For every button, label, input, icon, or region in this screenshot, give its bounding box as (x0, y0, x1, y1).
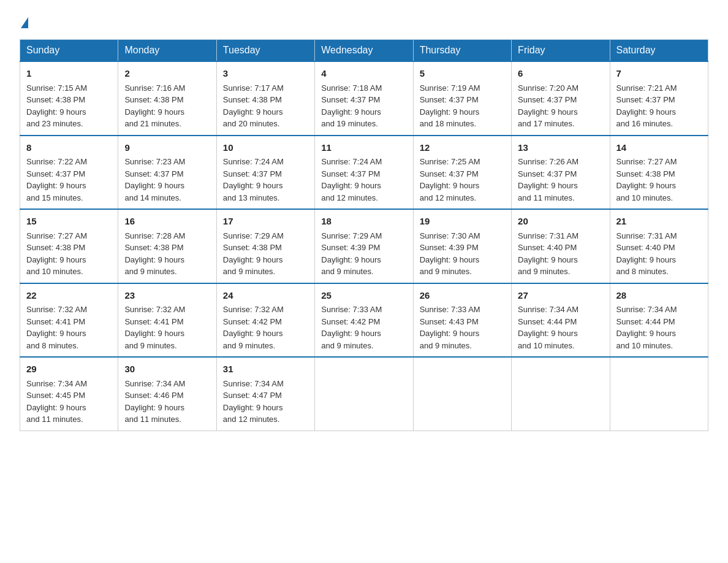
day-number: 14 (616, 141, 702, 155)
day-cell-6: 6Sunrise: 7:20 AMSunset: 4:37 PMDaylight… (512, 61, 610, 136)
day-info: Sunrise: 7:34 AMSunset: 4:44 PMDaylight:… (518, 304, 603, 351)
day-number: 5 (420, 67, 505, 81)
day-info: Sunrise: 7:27 AMSunset: 4:38 PMDaylight:… (616, 156, 702, 204)
day-info-line: Sunrise: 7:15 AM (26, 82, 112, 94)
day-info-line: and 8 minutes. (26, 340, 112, 352)
day-info-line: and 13 minutes. (223, 192, 308, 204)
day-number: 12 (420, 141, 505, 155)
day-info: Sunrise: 7:15 AMSunset: 4:38 PMDaylight:… (26, 82, 112, 130)
day-info-line: Sunrise: 7:25 AM (420, 156, 505, 168)
day-cell-4: 4Sunrise: 7:18 AMSunset: 4:37 PMDaylight… (315, 61, 413, 136)
day-cell-13: 13Sunrise: 7:26 AMSunset: 4:37 PMDayligh… (512, 136, 610, 210)
day-info: Sunrise: 7:32 AMSunset: 4:41 PMDaylight:… (124, 304, 210, 351)
day-info-line: Daylight: 9 hours (223, 106, 308, 118)
day-info: Sunrise: 7:34 AMSunset: 4:47 PMDaylight:… (223, 378, 308, 426)
day-info-line: Sunrise: 7:23 AM (124, 156, 210, 168)
day-info-line: Sunset: 4:43 PM (420, 316, 505, 328)
day-info: Sunrise: 7:20 AMSunset: 4:37 PMDaylight:… (518, 82, 603, 130)
day-info-line: and 11 minutes. (26, 413, 112, 426)
day-number: 9 (124, 141, 210, 155)
day-info-line: and 11 minutes. (124, 413, 210, 426)
logo-triangle-icon (21, 17, 28, 28)
day-info-line: Daylight: 9 hours (223, 402, 308, 414)
day-info-line: and 9 minutes. (420, 340, 505, 352)
day-info-line: Sunset: 4:44 PM (616, 316, 702, 328)
day-info-line: Daylight: 9 hours (26, 106, 112, 118)
day-info-line: Sunrise: 7:24 AM (321, 156, 406, 168)
day-info-line: Sunset: 4:37 PM (321, 168, 406, 180)
week-row-1: 1Sunrise: 7:15 AMSunset: 4:38 PMDaylight… (20, 61, 708, 136)
week-row-5: 29Sunrise: 7:34 AMSunset: 4:45 PMDayligh… (20, 357, 708, 431)
day-info-line: Sunset: 4:38 PM (124, 94, 210, 106)
day-info-line: Sunrise: 7:20 AM (518, 82, 603, 94)
day-info-line: and 9 minutes. (223, 340, 308, 352)
day-info-line: Sunrise: 7:34 AM (616, 304, 702, 316)
day-info-line: Sunrise: 7:26 AM (518, 156, 603, 168)
day-info-line: Daylight: 9 hours (223, 327, 308, 340)
day-cell-3: 3Sunrise: 7:17 AMSunset: 4:38 PMDaylight… (216, 61, 314, 136)
day-cell-17: 17Sunrise: 7:29 AMSunset: 4:38 PMDayligh… (216, 209, 314, 283)
day-info-line: and 10 minutes. (518, 340, 603, 352)
day-info-line: Sunrise: 7:19 AM (420, 82, 505, 94)
day-info-line: Sunrise: 7:29 AM (321, 230, 406, 242)
day-cell-25: 25Sunrise: 7:33 AMSunset: 4:42 PMDayligh… (315, 283, 413, 358)
week-row-4: 22Sunrise: 7:32 AMSunset: 4:41 PMDayligh… (20, 283, 708, 358)
day-info-line: Sunrise: 7:24 AM (223, 156, 308, 168)
day-info-line: and 12 minutes. (321, 192, 406, 204)
day-number: 24 (223, 289, 308, 303)
day-number: 26 (420, 289, 505, 303)
day-info: Sunrise: 7:23 AMSunset: 4:37 PMDaylight:… (124, 156, 210, 204)
day-info-line: Daylight: 9 hours (124, 106, 210, 118)
day-cell-16: 16Sunrise: 7:28 AMSunset: 4:38 PMDayligh… (118, 209, 216, 283)
day-cell-10: 10Sunrise: 7:24 AMSunset: 4:37 PMDayligh… (216, 136, 314, 210)
day-info-line: Sunset: 4:42 PM (223, 316, 308, 328)
day-cell-12: 12Sunrise: 7:25 AMSunset: 4:37 PMDayligh… (413, 136, 511, 210)
day-cell-1: 1Sunrise: 7:15 AMSunset: 4:38 PMDaylight… (20, 61, 118, 136)
day-info-line: Sunrise: 7:33 AM (420, 304, 505, 316)
day-info-line: Sunrise: 7:32 AM (223, 304, 308, 316)
day-info-line: Sunrise: 7:34 AM (124, 378, 210, 390)
day-info: Sunrise: 7:24 AMSunset: 4:37 PMDaylight:… (223, 156, 308, 204)
day-info-line: Sunset: 4:40 PM (518, 242, 603, 254)
day-number: 21 (616, 215, 702, 229)
day-info-line: and 19 minutes. (321, 118, 406, 130)
day-number: 4 (321, 67, 406, 81)
day-info-line: Sunset: 4:37 PM (616, 94, 702, 106)
weekday-header-sunday: Sunday (20, 40, 118, 62)
day-info-line: Daylight: 9 hours (223, 180, 308, 192)
day-info: Sunrise: 7:29 AMSunset: 4:39 PMDaylight:… (321, 230, 406, 278)
day-info-line: Daylight: 9 hours (124, 254, 210, 266)
day-info-line: Sunset: 4:37 PM (518, 168, 603, 180)
day-info-line: Sunset: 4:38 PM (26, 242, 112, 254)
day-info-line: Sunrise: 7:29 AM (223, 230, 308, 242)
day-info-line: Daylight: 9 hours (223, 254, 308, 266)
logo (20, 15, 28, 28)
week-row-3: 15Sunrise: 7:27 AMSunset: 4:38 PMDayligh… (20, 209, 708, 283)
day-cell-22: 22Sunrise: 7:32 AMSunset: 4:41 PMDayligh… (20, 283, 118, 358)
day-info-line: and 23 minutes. (26, 118, 112, 130)
day-info-line: Daylight: 9 hours (321, 180, 406, 192)
day-info-line: Daylight: 9 hours (616, 254, 702, 266)
weekday-header-saturday: Saturday (610, 40, 708, 62)
day-number: 18 (321, 215, 406, 229)
day-cell-7: 7Sunrise: 7:21 AMSunset: 4:37 PMDaylight… (610, 61, 708, 136)
empty-cell (413, 357, 511, 431)
day-info: Sunrise: 7:31 AMSunset: 4:40 PMDaylight:… (616, 230, 702, 278)
day-info-line: Sunset: 4:37 PM (26, 168, 112, 180)
day-info-line: Sunset: 4:38 PM (223, 94, 308, 106)
day-info-line: Daylight: 9 hours (26, 180, 112, 192)
day-info-line: Sunset: 4:37 PM (321, 94, 406, 106)
day-number: 22 (26, 289, 112, 303)
weekday-header-row: SundayMondayTuesdayWednesdayThursdayFrid… (20, 40, 708, 62)
day-info-line: Sunset: 4:44 PM (518, 316, 603, 328)
day-info-line: and 10 minutes. (616, 340, 702, 352)
day-info: Sunrise: 7:29 AMSunset: 4:38 PMDaylight:… (223, 230, 308, 278)
day-info-line: Daylight: 9 hours (616, 106, 702, 118)
day-info-line: Daylight: 9 hours (26, 254, 112, 266)
day-info-line: Sunset: 4:37 PM (223, 168, 308, 180)
day-info-line: and 9 minutes. (420, 266, 505, 278)
day-info-line: Daylight: 9 hours (518, 327, 603, 340)
day-info-line: Daylight: 9 hours (518, 106, 603, 118)
day-info-line: and 12 minutes. (420, 192, 505, 204)
day-info-line: Sunset: 4:41 PM (26, 316, 112, 328)
